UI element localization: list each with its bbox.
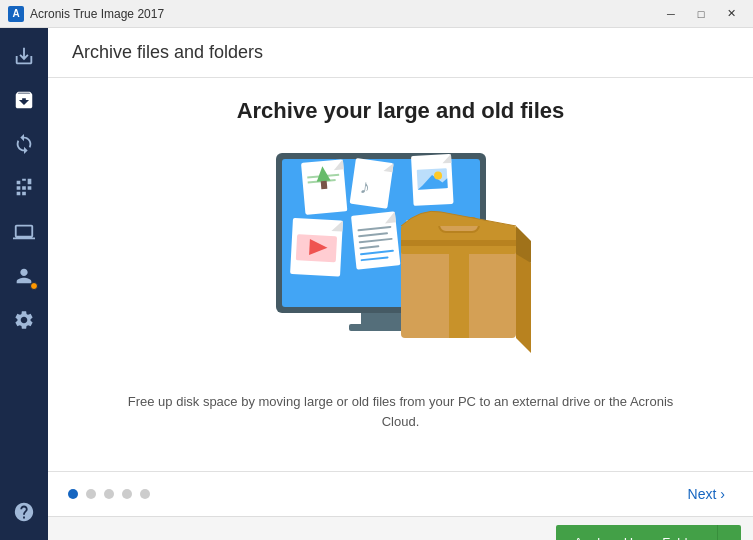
settings-icon xyxy=(13,309,35,331)
app-icon: A xyxy=(8,6,24,22)
sidebar-item-tools[interactable] xyxy=(4,168,44,208)
title-bar-left: A Acronis True Image 2017 xyxy=(8,6,164,22)
sidebar-item-settings[interactable] xyxy=(4,300,44,340)
dot-2[interactable] xyxy=(86,489,96,499)
maximize-button[interactable]: □ xyxy=(687,4,715,24)
sidebar-item-sync[interactable] xyxy=(4,124,44,164)
content-area: Archive files and folders Archive your l… xyxy=(48,28,753,540)
svg-rect-38 xyxy=(449,248,469,338)
title-bar: A Acronis True Image 2017 ─ □ ✕ xyxy=(0,0,753,28)
main-area: Archive your large and old files xyxy=(48,78,753,471)
illustration: ♪ xyxy=(271,148,531,368)
svg-marker-40 xyxy=(516,248,531,353)
main-heading: Archive your large and old files xyxy=(237,98,565,124)
app-title: Acronis True Image 2017 xyxy=(30,7,164,21)
sidebar-item-help[interactable] xyxy=(4,492,44,532)
sidebar-item-clone[interactable] xyxy=(4,212,44,252)
dot-3[interactable] xyxy=(104,489,114,499)
content-header: Archive files and folders xyxy=(48,28,753,78)
sidebar-item-account[interactable] xyxy=(4,256,44,296)
sidebar xyxy=(0,28,48,540)
sync-icon xyxy=(13,133,35,155)
action-bar: Analyze Home Folder ▾ xyxy=(48,516,753,540)
clone-icon xyxy=(13,221,35,243)
svg-rect-9 xyxy=(320,181,327,189)
next-label: Next xyxy=(688,486,717,502)
next-chevron-icon: › xyxy=(720,486,725,502)
window-controls: ─ □ ✕ xyxy=(657,4,745,24)
backup-icon xyxy=(13,45,35,67)
analyze-button-group: Analyze Home Folder ▾ xyxy=(556,525,741,540)
pagination-dots xyxy=(68,489,150,499)
description-text: Free up disk space by moving large or ol… xyxy=(111,392,691,431)
help-icon xyxy=(13,501,35,523)
tools-icon xyxy=(13,177,35,199)
svg-rect-10 xyxy=(349,158,393,209)
analyze-dropdown-button[interactable]: ▾ xyxy=(717,525,741,540)
dropdown-chevron-icon: ▾ xyxy=(726,535,733,541)
dot-5[interactable] xyxy=(140,489,150,499)
archive-illustration: ♪ xyxy=(271,148,531,368)
notification-dot xyxy=(30,282,38,290)
sidebar-item-backup[interactable] xyxy=(4,36,44,76)
sidebar-item-archive[interactable] xyxy=(4,80,44,120)
minimize-button[interactable]: ─ xyxy=(657,4,685,24)
page-title: Archive files and folders xyxy=(72,42,729,63)
archive-icon xyxy=(13,89,35,111)
svg-rect-37 xyxy=(401,240,516,246)
footer: Next › xyxy=(48,471,753,516)
dot-4[interactable] xyxy=(122,489,132,499)
next-button[interactable]: Next › xyxy=(680,482,733,506)
analyze-button[interactable]: Analyze Home Folder xyxy=(556,525,717,540)
close-button[interactable]: ✕ xyxy=(717,4,745,24)
dot-1[interactable] xyxy=(68,489,78,499)
app-body: Archive files and folders Archive your l… xyxy=(0,28,753,540)
